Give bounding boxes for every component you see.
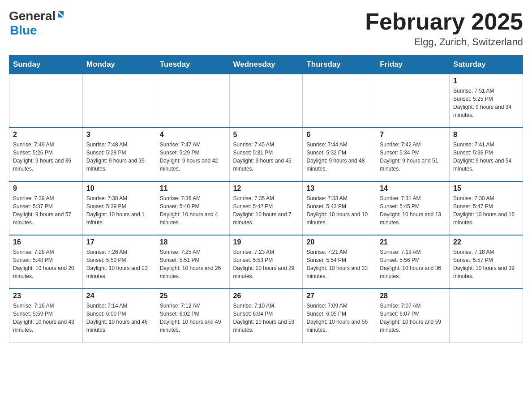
day-number: 8	[453, 131, 519, 139]
day-info: Sunrise: 7:38 AM Sunset: 5:39 PM Dayligh…	[86, 194, 152, 227]
title-area: February 2025 Elgg, Zurich, Switzerland	[365, 9, 523, 48]
day-number: 7	[380, 131, 446, 139]
day-number: 18	[160, 238, 226, 246]
day-info: Sunrise: 7:10 AM Sunset: 6:04 PM Dayligh…	[233, 302, 299, 334]
day-info: Sunrise: 7:41 AM Sunset: 5:36 PM Dayligh…	[453, 141, 519, 173]
day-cell: 23Sunrise: 7:16 AM Sunset: 5:59 PM Dayli…	[9, 289, 83, 342]
weekday-header-saturday: Saturday	[450, 56, 523, 74]
day-cell: 18Sunrise: 7:25 AM Sunset: 5:51 PM Dayli…	[156, 235, 229, 289]
day-cell	[156, 74, 229, 128]
logo: General Blue	[9, 9, 65, 38]
day-info: Sunrise: 7:48 AM Sunset: 5:28 PM Dayligh…	[86, 141, 152, 173]
day-number: 21	[380, 238, 446, 246]
day-info: Sunrise: 7:23 AM Sunset: 5:53 PM Dayligh…	[233, 248, 299, 280]
day-number: 28	[380, 292, 446, 300]
day-info: Sunrise: 7:51 AM Sunset: 5:25 PM Dayligh…	[453, 87, 519, 119]
day-info: Sunrise: 7:26 AM Sunset: 5:50 PM Dayligh…	[86, 248, 152, 280]
month-title: February 2025	[365, 9, 523, 34]
day-number: 5	[233, 131, 299, 139]
day-info: Sunrise: 7:12 AM Sunset: 6:02 PM Dayligh…	[160, 302, 226, 334]
weekday-header-monday: Monday	[82, 56, 156, 74]
day-cell: 24Sunrise: 7:14 AM Sunset: 6:00 PM Dayli…	[82, 289, 156, 342]
day-number: 19	[233, 238, 299, 246]
day-number: 15	[453, 184, 519, 193]
day-number: 10	[86, 184, 152, 193]
day-info: Sunrise: 7:19 AM Sunset: 5:56 PM Dayligh…	[380, 248, 446, 280]
logo-arrow-icon	[56, 9, 65, 21]
day-number: 20	[306, 238, 372, 246]
day-cell: 12Sunrise: 7:35 AM Sunset: 5:42 PM Dayli…	[229, 181, 303, 235]
day-info: Sunrise: 7:28 AM Sunset: 5:48 PM Dayligh…	[13, 248, 79, 280]
day-cell	[376, 74, 450, 128]
day-info: Sunrise: 7:35 AM Sunset: 5:42 PM Dayligh…	[233, 194, 299, 227]
day-cell: 28Sunrise: 7:07 AM Sunset: 6:07 PM Dayli…	[376, 289, 450, 342]
logo-blue-text: Blue	[10, 23, 37, 38]
day-number: 13	[306, 184, 372, 193]
day-number: 11	[160, 184, 226, 193]
day-number: 2	[13, 131, 79, 139]
day-cell: 15Sunrise: 7:30 AM Sunset: 5:47 PM Dayli…	[450, 181, 523, 235]
day-cell: 26Sunrise: 7:10 AM Sunset: 6:04 PM Dayli…	[229, 289, 303, 342]
weekday-header-row: SundayMondayTuesdayWednesdayThursdayFrid…	[9, 56, 523, 74]
day-number: 25	[160, 292, 226, 300]
day-cell: 19Sunrise: 7:23 AM Sunset: 5:53 PM Dayli…	[229, 235, 303, 289]
week-row-3: 16Sunrise: 7:28 AM Sunset: 5:48 PM Dayli…	[9, 235, 523, 289]
day-info: Sunrise: 7:36 AM Sunset: 5:40 PM Dayligh…	[160, 194, 226, 227]
day-cell: 27Sunrise: 7:09 AM Sunset: 6:05 PM Dayli…	[303, 289, 376, 342]
day-cell	[229, 74, 303, 128]
day-cell: 16Sunrise: 7:28 AM Sunset: 5:48 PM Dayli…	[9, 235, 83, 289]
weekday-header-tuesday: Tuesday	[156, 56, 229, 74]
header: General Blue February 2025 Elgg, Zurich,…	[9, 9, 523, 48]
day-number: 3	[86, 131, 152, 139]
day-number: 4	[160, 131, 226, 139]
day-number: 1	[453, 77, 519, 85]
day-info: Sunrise: 7:14 AM Sunset: 6:00 PM Dayligh…	[86, 302, 152, 334]
day-cell	[9, 74, 83, 128]
day-cell: 11Sunrise: 7:36 AM Sunset: 5:40 PM Dayli…	[156, 181, 229, 235]
calendar-table: SundayMondayTuesdayWednesdayThursdayFrid…	[9, 55, 523, 343]
week-row-1: 2Sunrise: 7:49 AM Sunset: 5:26 PM Daylig…	[9, 128, 523, 181]
day-cell: 4Sunrise: 7:47 AM Sunset: 5:29 PM Daylig…	[156, 128, 229, 181]
day-number: 23	[13, 292, 79, 300]
weekday-header-wednesday: Wednesday	[229, 56, 303, 74]
day-info: Sunrise: 7:21 AM Sunset: 5:54 PM Dayligh…	[306, 248, 372, 280]
day-number: 17	[86, 238, 152, 246]
day-info: Sunrise: 7:18 AM Sunset: 5:57 PM Dayligh…	[453, 248, 519, 280]
day-number: 6	[306, 131, 372, 139]
day-info: Sunrise: 7:39 AM Sunset: 5:37 PM Dayligh…	[13, 194, 79, 227]
day-info: Sunrise: 7:16 AM Sunset: 5:59 PM Dayligh…	[13, 302, 79, 334]
day-cell: 7Sunrise: 7:42 AM Sunset: 5:34 PM Daylig…	[376, 128, 450, 181]
day-info: Sunrise: 7:47 AM Sunset: 5:29 PM Dayligh…	[160, 141, 226, 173]
day-cell: 3Sunrise: 7:48 AM Sunset: 5:28 PM Daylig…	[82, 128, 156, 181]
day-cell: 9Sunrise: 7:39 AM Sunset: 5:37 PM Daylig…	[9, 181, 83, 235]
day-info: Sunrise: 7:09 AM Sunset: 6:05 PM Dayligh…	[306, 302, 372, 334]
day-number: 16	[13, 238, 79, 246]
day-cell	[303, 74, 376, 128]
day-cell: 20Sunrise: 7:21 AM Sunset: 5:54 PM Dayli…	[303, 235, 376, 289]
weekday-header-thursday: Thursday	[303, 56, 376, 74]
location-title: Elgg, Zurich, Switzerland	[365, 36, 523, 48]
logo-general-text: General	[9, 9, 56, 23]
weekday-header-sunday: Sunday	[9, 56, 83, 74]
day-cell	[450, 289, 523, 342]
weekday-header-friday: Friday	[376, 56, 450, 74]
day-number: 24	[86, 292, 152, 300]
day-number: 14	[380, 184, 446, 193]
week-row-2: 9Sunrise: 7:39 AM Sunset: 5:37 PM Daylig…	[9, 181, 523, 235]
day-info: Sunrise: 7:49 AM Sunset: 5:26 PM Dayligh…	[13, 141, 79, 173]
day-info: Sunrise: 7:07 AM Sunset: 6:07 PM Dayligh…	[380, 302, 446, 334]
day-number: 9	[13, 184, 79, 193]
day-info: Sunrise: 7:45 AM Sunset: 5:31 PM Dayligh…	[233, 141, 299, 173]
day-number: 26	[233, 292, 299, 300]
week-row-4: 23Sunrise: 7:16 AM Sunset: 5:59 PM Dayli…	[9, 289, 523, 342]
day-info: Sunrise: 7:31 AM Sunset: 5:45 PM Dayligh…	[380, 194, 446, 227]
day-info: Sunrise: 7:44 AM Sunset: 5:32 PM Dayligh…	[306, 141, 372, 173]
day-number: 27	[306, 292, 372, 300]
day-cell: 10Sunrise: 7:38 AM Sunset: 5:39 PM Dayli…	[82, 181, 156, 235]
day-cell: 22Sunrise: 7:18 AM Sunset: 5:57 PM Dayli…	[450, 235, 523, 289]
day-cell: 6Sunrise: 7:44 AM Sunset: 5:32 PM Daylig…	[303, 128, 376, 181]
day-cell: 21Sunrise: 7:19 AM Sunset: 5:56 PM Dayli…	[376, 235, 450, 289]
day-cell: 25Sunrise: 7:12 AM Sunset: 6:02 PM Dayli…	[156, 289, 229, 342]
day-cell: 13Sunrise: 7:33 AM Sunset: 5:43 PM Dayli…	[303, 181, 376, 235]
day-number: 22	[453, 238, 519, 246]
